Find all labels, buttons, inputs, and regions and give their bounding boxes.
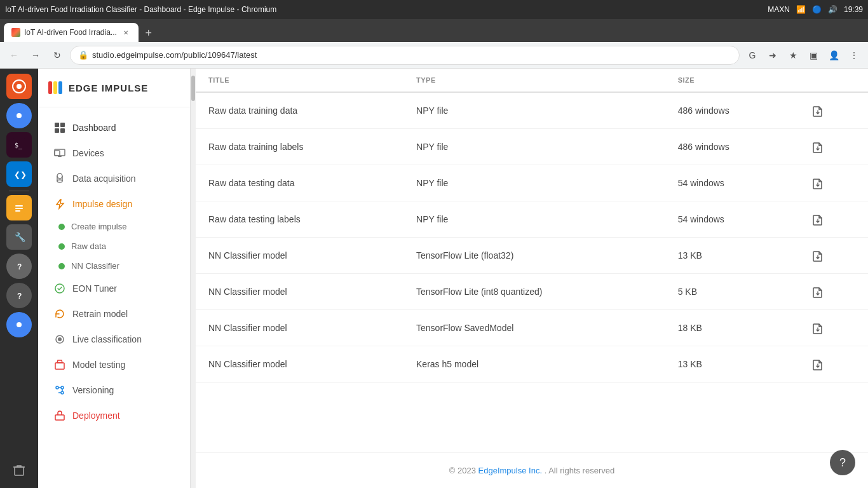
taskbar-help[interactable]: ? bbox=[6, 254, 32, 279]
nn-classifier-label: NN Classifier bbox=[71, 261, 119, 271]
cell-size: 486 windows bbox=[665, 92, 798, 129]
svg-rect-37 bbox=[55, 415, 64, 420]
cell-download bbox=[797, 238, 868, 274]
help-fab-button[interactable]: ? bbox=[830, 450, 855, 475]
google-icon[interactable]: G bbox=[743, 46, 761, 64]
bookmark-icon[interactable]: ★ bbox=[784, 46, 802, 64]
table-row: Raw data testing dataNPY file54 windows bbox=[196, 165, 868, 201]
taskbar-help2[interactable]: ? bbox=[6, 283, 32, 308]
cell-title: NN Classifier model bbox=[196, 274, 403, 310]
profile-icon[interactable]: 👤 bbox=[825, 46, 843, 64]
create-impulse-dot bbox=[58, 224, 65, 230]
footer-rights: . All rights reserved bbox=[545, 466, 615, 475]
logo-stripe-yellow bbox=[53, 81, 57, 94]
gpu-label: MAXN bbox=[768, 5, 790, 14]
eon-tuner-label: EON Tuner bbox=[72, 283, 117, 294]
sidebar-item-devices[interactable]: Devices bbox=[43, 140, 185, 166]
tab-title: IoT AI-driven Food Irradia... bbox=[24, 28, 117, 37]
share-icon[interactable]: ➜ bbox=[764, 46, 782, 64]
raw-data-dot bbox=[58, 243, 65, 250]
address-bar[interactable]: 🔒 studio.edgeimpulse.com/public/109647/l… bbox=[70, 46, 740, 65]
navigation-bar: ← → ↻ 🔒 studio.edgeimpulse.com/public/10… bbox=[0, 42, 868, 69]
sidebar-sub-nn-classifier[interactable]: NN Classifier bbox=[38, 256, 190, 276]
cell-size: 13 KB bbox=[665, 346, 798, 383]
download-button[interactable] bbox=[810, 247, 825, 264]
devices-icon bbox=[53, 147, 66, 159]
svg-point-29 bbox=[57, 180, 62, 182]
footer-company-link[interactable]: EdgeImpulse Inc. bbox=[478, 466, 542, 475]
cell-type: TensorFlow Lite (float32) bbox=[403, 238, 665, 274]
scroll-track[interactable] bbox=[191, 69, 196, 488]
menu-icon[interactable]: ⋮ bbox=[845, 46, 863, 64]
new-tab-button[interactable]: + bbox=[140, 24, 158, 42]
logo-stripe-red bbox=[48, 81, 52, 94]
os-status-bar: MAXN 📶 🔵 🔊 19:39 bbox=[768, 5, 863, 14]
taskbar-chromium2[interactable] bbox=[6, 312, 32, 337]
sidebar-item-dashboard[interactable]: Dashboard bbox=[43, 115, 185, 140]
main-content: TITLE TYPE SIZE Raw data training dataNP… bbox=[196, 69, 868, 488]
cell-size: 54 windows bbox=[665, 201, 798, 238]
sidebar-item-versioning[interactable]: Versioning bbox=[43, 377, 185, 403]
taskbar-trash[interactable] bbox=[6, 458, 32, 483]
download-button[interactable] bbox=[810, 283, 825, 301]
sidebar-sub-create-impulse[interactable]: Create impulse bbox=[38, 217, 190, 236]
sidebar-item-impulse-design[interactable]: Impulse design bbox=[43, 191, 185, 217]
download-button[interactable] bbox=[810, 138, 825, 156]
download-button[interactable] bbox=[810, 102, 825, 119]
nav-icons-right: G ➜ ★ ▣ 👤 ⋮ bbox=[743, 46, 863, 64]
sidebar-item-eon-tuner[interactable]: EON Tuner bbox=[43, 276, 185, 301]
download-button[interactable] bbox=[810, 174, 825, 192]
taskbar-terminal[interactable]: $_ bbox=[6, 132, 32, 158]
download-button[interactable] bbox=[810, 210, 825, 228]
nn-classifier-dot bbox=[58, 263, 65, 269]
svg-rect-27 bbox=[58, 156, 62, 157]
sidebar-item-deployment[interactable]: Deployment bbox=[43, 403, 185, 428]
svg-rect-23 bbox=[55, 128, 59, 133]
reload-button[interactable]: ↻ bbox=[48, 46, 66, 64]
cell-type: NPY file bbox=[403, 129, 665, 165]
back-button[interactable]: ← bbox=[5, 46, 23, 64]
table-row: NN Classifier modelTensorFlow SavedModel… bbox=[196, 310, 868, 346]
raw-data-label: Raw data bbox=[71, 241, 106, 251]
dashboard-icon bbox=[53, 121, 66, 134]
taskbar-tools[interactable]: 🔧 bbox=[6, 224, 32, 250]
os-title: IoT AI-driven Food Irradiation Classifie… bbox=[5, 5, 276, 14]
svg-rect-10 bbox=[15, 208, 23, 209]
cell-download bbox=[797, 92, 868, 129]
browser-chrome: IoT AI-driven Food Irradia... ✕ + ← → ↻ … bbox=[0, 19, 868, 69]
table-container: TITLE TYPE SIZE Raw data training dataNP… bbox=[196, 69, 868, 452]
sidebar-item-data-acquisition[interactable]: Data acquisition bbox=[43, 166, 185, 191]
cast-icon[interactable]: ▣ bbox=[804, 46, 822, 64]
tab-close-button[interactable]: ✕ bbox=[121, 27, 131, 37]
taskbar-divider bbox=[9, 191, 29, 191]
taskbar-vscode[interactable]: ❮❯ bbox=[6, 161, 32, 187]
scroll-thumb[interactable] bbox=[191, 76, 195, 101]
svg-point-34 bbox=[56, 386, 58, 389]
svg-text:$_: $_ bbox=[15, 142, 23, 149]
sidebar-item-retrain-model[interactable]: Retrain model bbox=[43, 301, 185, 327]
taskbar-ubuntu[interactable] bbox=[6, 74, 32, 99]
deployment-icon bbox=[53, 409, 66, 422]
table-header: TITLE TYPE SIZE bbox=[196, 69, 868, 92]
logo-icon bbox=[48, 81, 62, 94]
create-impulse-label: Create impulse bbox=[71, 222, 126, 231]
taskbar-files[interactable] bbox=[6, 195, 32, 220]
sidebar-item-live-classification[interactable]: Live classification bbox=[43, 327, 185, 352]
download-button[interactable] bbox=[810, 355, 825, 373]
cell-download bbox=[797, 201, 868, 238]
sidebar-logo: EDGE IMPULSE bbox=[38, 69, 190, 107]
eon-icon bbox=[53, 282, 66, 295]
devices-label: Devices bbox=[72, 148, 104, 158]
sidebar-item-model-testing[interactable]: Model testing bbox=[43, 352, 185, 377]
cell-type: TensorFlow Lite (int8 quantized) bbox=[403, 274, 665, 310]
download-button[interactable] bbox=[810, 319, 825, 337]
sidebar-sub-raw-data[interactable]: Raw data bbox=[38, 236, 190, 256]
logo-stripe-blue bbox=[58, 81, 62, 94]
active-tab[interactable]: IoT AI-driven Food Irradia... ✕ bbox=[4, 23, 139, 42]
testing-icon bbox=[53, 358, 66, 371]
svg-point-3 bbox=[17, 113, 22, 118]
forward-button[interactable]: → bbox=[27, 46, 44, 64]
window-title: IoT AI-driven Food Irradiation Classifie… bbox=[5, 5, 276, 14]
taskbar-chromium[interactable] bbox=[6, 103, 32, 128]
svg-point-19 bbox=[17, 322, 22, 327]
